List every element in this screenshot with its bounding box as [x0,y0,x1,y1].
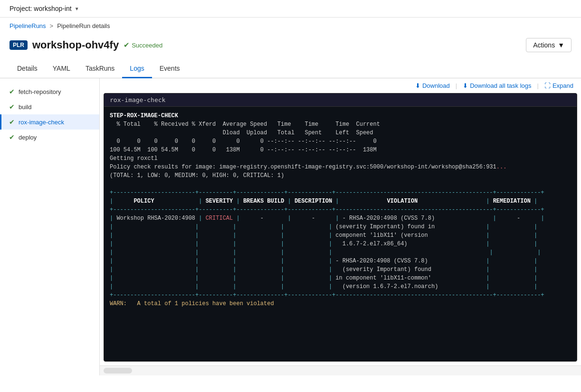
download-label: Download [422,82,450,89]
page-header-left: PLR workshop-ohv4fy ✔ Succeeded [10,39,162,51]
horizontal-scrollbar[interactable] [100,365,581,375]
breadcrumb: PipelineRuns > PipelineRun details [0,18,581,34]
log-panel: ⬇ Download | ⬇ Download all task logs | … [100,78,581,375]
sidebar-item-label: build [19,103,31,111]
log-toolbar: ⬇ Download | ⬇ Download all task logs | … [100,78,581,93]
status-label: Succeeded [132,42,162,49]
sidebar-item-label: fetch-repository [19,88,61,95]
check-circle-icon: ✔ [124,41,130,49]
log-header-title: rox-image-check [110,96,165,103]
log-content: STEP-ROX-IMAGE-CHECK % Total % Received … [104,107,577,313]
sidebar: ✔ fetch-repository ✔ build ✔ rox-image-c… [0,78,100,375]
log-container[interactable]: rox-image-check STEP-ROX-IMAGE-CHECK % T… [104,93,577,362]
status-badge: ✔ Succeeded [124,41,162,49]
top-bar: Project: workshop-int ▼ [0,0,581,18]
sidebar-item-label: deploy [19,134,37,141]
download-icon: ⬇ [415,82,420,89]
check-icon: ✔ [9,88,15,95]
sidebar-item-deploy[interactable]: ✔ deploy [0,130,99,145]
check-icon: ✔ [9,133,15,141]
chevron-down-icon: ▼ [75,6,79,11]
tab-logs[interactable]: Logs [122,60,152,78]
breadcrumb-pipeline-runs[interactable]: PipelineRuns [10,22,46,29]
sidebar-item-label: rox-image-check [19,119,64,126]
expand-label: Expand [552,82,573,89]
breadcrumb-current: PipelineRun details [57,22,110,29]
toolbar-separator2: | [537,82,539,89]
tab-events[interactable]: Events [152,60,188,78]
page-title: workshop-ohv4fy [32,39,119,51]
tabs-bar: Details YAML TaskRuns Logs Events [0,60,581,78]
project-selector[interactable]: Project: workshop-int ▼ [10,5,79,12]
tab-yaml[interactable]: YAML [45,60,78,78]
project-label: Project: workshop-int [10,5,72,12]
download-all-label: Download all task logs [470,82,531,89]
toolbar-separator: | [456,82,457,89]
sidebar-item-rox-image-check[interactable]: ✔ rox-image-check [0,114,99,130]
sidebar-item-build[interactable]: ✔ build [0,99,99,114]
tab-details[interactable]: Details [10,60,45,78]
check-icon: ✔ [9,118,15,126]
sidebar-item-fetch-repository[interactable]: ✔ fetch-repository [0,84,99,99]
expand-icon: ⛶ [544,82,551,89]
check-icon: ✔ [9,103,15,111]
download-all-button[interactable]: ⬇ Download all task logs [463,82,531,89]
breadcrumb-separator: > [50,22,54,29]
log-header: rox-image-check [104,93,577,107]
page-header: PLR workshop-ohv4fy ✔ Succeeded Actions … [0,34,581,60]
expand-button[interactable]: ⛶ Expand [544,82,573,89]
tab-taskruns[interactable]: TaskRuns [78,60,122,78]
main-content: ✔ fetch-repository ✔ build ✔ rox-image-c… [0,78,581,375]
actions-label: Actions [533,41,555,49]
download-all-icon: ⬇ [463,82,468,89]
download-button[interactable]: ⬇ Download [415,82,450,89]
actions-button[interactable]: Actions ▼ [526,38,571,52]
actions-chevron-icon: ▼ [558,41,564,49]
plr-badge: PLR [10,40,28,50]
scrollbar-thumb[interactable] [104,368,132,373]
